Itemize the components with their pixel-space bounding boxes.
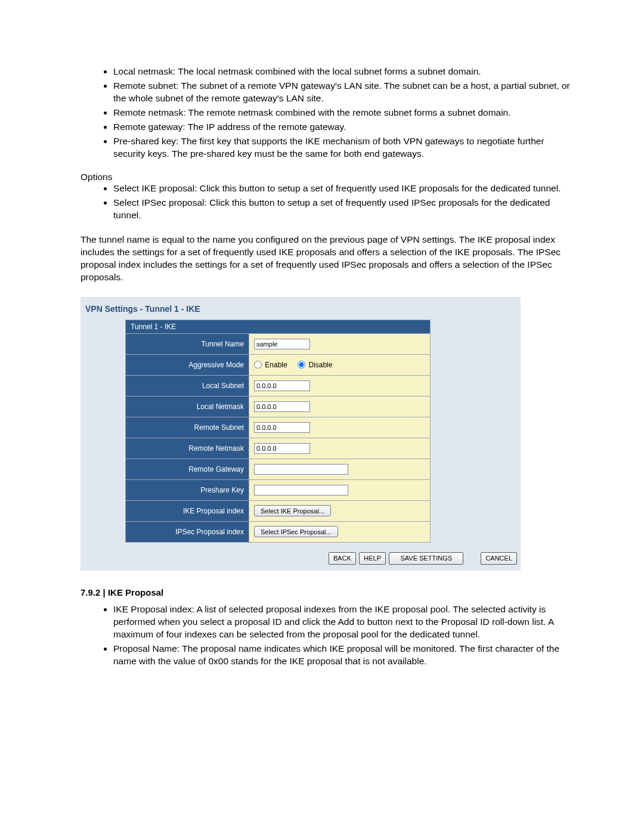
list-item: Proposal Name: The proposal name indicat… [113,643,572,668]
tunnel-name-label: Tunnel Name [126,333,249,354]
table-header: Tunnel 1 - IKE [126,320,431,333]
local-subnet-input[interactable] [254,380,310,391]
list-item: IKE Proposal index: A list of selected p… [113,603,572,641]
remote-gateway-input[interactable] [254,464,348,475]
remote-netmask-input[interactable] [254,443,310,454]
select-ike-proposal-button[interactable]: Select IKE Proposal... [254,505,331,516]
list-item: Select IPSec proposal: Click this button… [113,197,572,222]
ike-proposal-index-label: IKE Proposal index [126,500,249,521]
local-subnet-label: Local Subnet [126,375,249,396]
aggr-enable-text: Enable [265,361,287,369]
remote-netmask-label: Remote Netmask [126,438,249,459]
panel-title: VPN Settings - Tunnel 1 - IKE [80,302,521,320]
list-item: Remote subnet: The subnet of a remote VP… [113,80,572,105]
options-list: Select IKE proposal: Click this button t… [80,182,572,222]
body-paragraph: The tunnel name is equal to the name you… [80,234,572,284]
list-item: Local netmask: The local netmask combine… [113,66,572,78]
definition-list: Local netmask: The local netmask combine… [80,66,572,160]
aggr-disable-radio[interactable] [298,361,305,368]
list-item: Select IKE proposal: Click this button t… [113,182,572,195]
aggr-enable-option[interactable]: Enable [254,361,289,369]
section-heading: 7.9.2 | IKE Proposal [80,587,572,597]
cancel-button[interactable]: CANCEL [481,552,517,565]
remote-gateway-label: Remote Gateway [126,459,249,479]
list-item: Pre-shared key: The first key that suppo… [113,135,572,160]
aggressive-mode-label: Aggressive Mode [126,354,249,375]
select-ipsec-proposal-button[interactable]: Select IPSec Proposal... [254,526,338,537]
save-settings-button[interactable]: SAVE SETTINGS [389,552,463,565]
settings-table: Tunnel 1 - IKE Tunnel Name Aggressive Mo… [125,320,431,543]
back-button[interactable]: BACK [329,552,356,565]
tunnel-name-input[interactable] [254,339,310,349]
ipsec-proposal-index-label: IPSec Proposal index [126,521,249,542]
options-heading: Options [80,172,572,182]
aggr-disable-option[interactable]: Disable [298,361,332,369]
button-row: BACK HELP SAVE SETTINGS CANCEL [80,552,521,565]
preshare-key-label: Preshare Key [126,479,249,500]
vpn-settings-panel: VPN Settings - Tunnel 1 - IKE Tunnel 1 -… [80,297,521,571]
list-item: Remote netmask: The remote netmask combi… [113,107,572,119]
remote-subnet-label: Remote Subnet [126,417,249,438]
local-netmask-input[interactable] [254,401,310,412]
aggr-enable-radio[interactable] [254,361,262,368]
aggr-disable-text: Disable [308,361,332,369]
list-item: Remote gateway: The IP address of the re… [113,121,572,134]
remote-subnet-input[interactable] [254,422,310,433]
help-button[interactable]: HELP [359,552,386,565]
ike-proposal-list: IKE Proposal index: A list of selected p… [80,603,572,668]
preshare-key-input[interactable] [254,485,348,496]
local-netmask-label: Local Netmask [126,396,249,417]
document-page: Local netmask: The local netmask combine… [0,0,644,727]
